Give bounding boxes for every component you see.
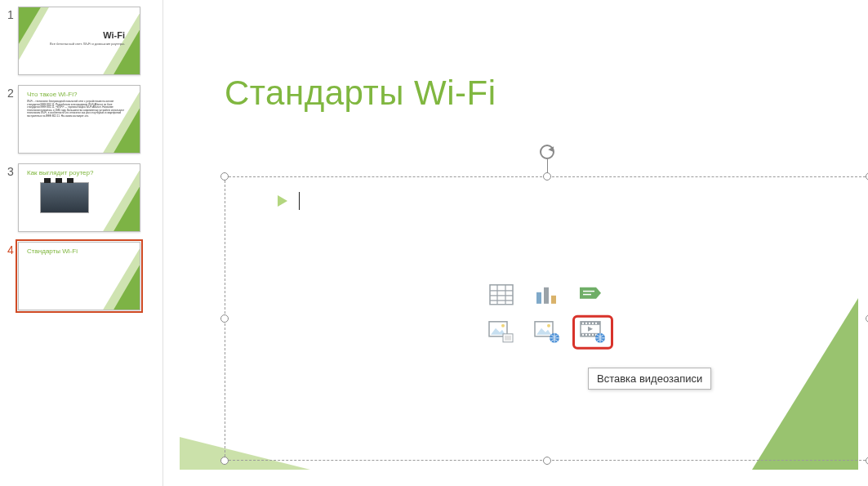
- resize-handle[interactable]: [220, 457, 229, 465]
- insert-picture-button[interactable]: [484, 319, 519, 346]
- table-icon: [489, 284, 514, 305]
- insert-content-grid: [484, 281, 610, 350]
- svg-rect-24: [582, 323, 584, 324]
- svg-rect-27: [592, 323, 594, 324]
- resize-handle[interactable]: [543, 172, 551, 181]
- svg-marker-34: [588, 327, 593, 332]
- bullet-icon: [278, 195, 287, 207]
- thumb-image: [40, 182, 89, 213]
- svg-rect-25: [585, 323, 587, 324]
- svg-rect-30: [585, 334, 587, 336]
- svg-rect-26: [589, 323, 590, 324]
- thumb-number: 1: [3, 7, 18, 21]
- svg-point-19: [547, 324, 550, 328]
- content-placeholder[interactable]: [225, 176, 868, 461]
- video-icon: [580, 321, 606, 344]
- smartart-icon: [580, 284, 606, 305]
- svg-rect-0: [490, 285, 513, 305]
- svg-rect-28: [595, 323, 597, 324]
- svg-rect-29: [582, 334, 584, 336]
- picture-icon: [488, 321, 514, 344]
- svg-marker-18: [536, 328, 551, 335]
- thumbnail-slide-2[interactable]: Что такое Wi-Fi? Wi-Fi – технология бесп…: [18, 85, 140, 154]
- thumb-subtitle: Все безопасный свет. Wi-Fi и домашние ро…: [50, 42, 125, 46]
- thumbnail-slide-4[interactable]: Стандарты Wi-Fi: [18, 242, 140, 310]
- svg-rect-8: [551, 296, 556, 304]
- chart-icon: [535, 284, 559, 305]
- svg-rect-7: [544, 288, 549, 304]
- thumbnail-slide-1[interactable]: Wi-Fi Все безопасный свет. Wi-Fi и домаш…: [18, 7, 140, 75]
- svg-rect-6: [536, 292, 541, 304]
- svg-rect-16: [505, 336, 511, 341]
- rotate-handle[interactable]: [540, 145, 554, 159]
- svg-marker-9: [580, 288, 601, 299]
- insert-table-button[interactable]: [484, 281, 519, 309]
- slide-thumbnail-panel: 1 Wi-Fi Все безопасный свет. Wi-Fi и дом…: [0, 0, 163, 486]
- thumb-title: Что такое Wi-Fi?: [27, 91, 77, 98]
- insert-chart-button[interactable]: [530, 281, 564, 309]
- thumb-title: Как выглядит роутер?: [27, 169, 93, 176]
- thumb-number: 4: [3, 242, 18, 256]
- slide-editor-area[interactable]: Стандарты Wi-Fi: [163, 0, 868, 486]
- insert-online-picture-button[interactable]: [530, 319, 564, 346]
- insert-video-button[interactable]: [576, 319, 610, 346]
- thumb-number: 3: [3, 163, 18, 178]
- thumb-title: Wi-Fi: [103, 30, 125, 40]
- slide-canvas[interactable]: Стандарты Wi-Fi: [180, 25, 858, 470]
- svg-rect-10: [583, 291, 594, 292]
- thumb-number: 2: [3, 85, 18, 100]
- insert-smartart-button[interactable]: [576, 281, 610, 309]
- svg-rect-11: [583, 294, 591, 296]
- resize-handle[interactable]: [220, 172, 229, 181]
- thumb-body: Wi-Fi – технология беспроводной локально…: [27, 100, 125, 118]
- thumbnail-slide-3[interactable]: Как выглядит роутер?: [18, 163, 140, 232]
- tooltip: Вставка видеозаписи: [588, 368, 711, 390]
- text-cursor-area[interactable]: [278, 192, 300, 210]
- slide-title[interactable]: Стандарты Wi-Fi: [225, 74, 496, 113]
- caret: [299, 192, 300, 210]
- thumb-title: Стандарты Wi-Fi: [27, 247, 78, 255]
- resize-handle[interactable]: [220, 314, 229, 323]
- resize-handle[interactable]: [543, 457, 551, 465]
- svg-rect-32: [592, 334, 594, 336]
- svg-rect-31: [589, 334, 590, 336]
- online-picture-icon: [534, 321, 560, 344]
- svg-point-14: [501, 324, 505, 328]
